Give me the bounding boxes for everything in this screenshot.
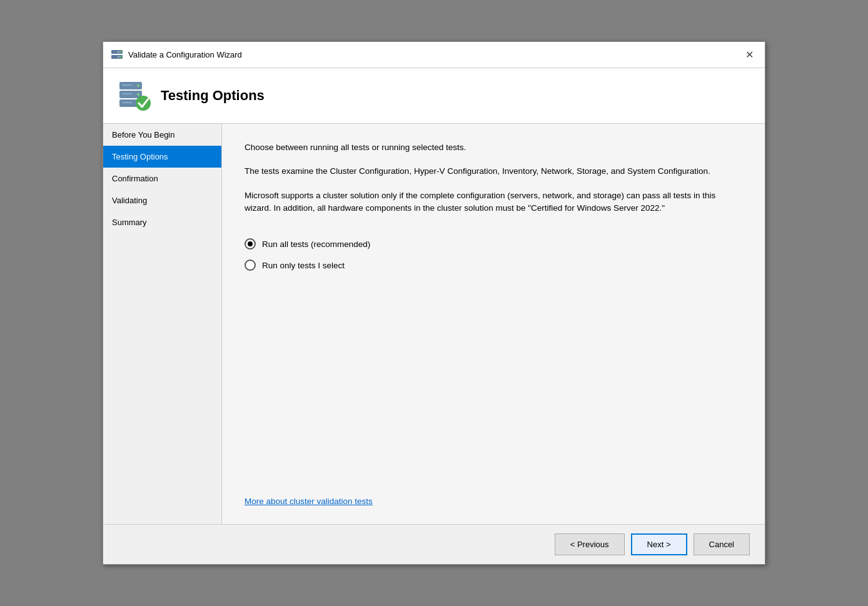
svg-point-3 (120, 56, 122, 58)
svg-point-8 (137, 93, 139, 96)
svg-rect-10 (122, 84, 132, 86)
wizard-header: Testing Options (103, 68, 765, 124)
previous-button[interactable]: < Previous (555, 533, 625, 555)
main-content: Choose between running all tests or runn… (222, 124, 765, 524)
description-para3: Microsoft supports a cluster solution on… (245, 189, 742, 215)
wizard-footer: < Previous Next > Cancel (103, 524, 765, 564)
radio-run-selected[interactable]: Run only tests I select (245, 260, 742, 271)
radio-run-selected-label: Run only tests I select (262, 261, 345, 270)
next-button[interactable]: Next > (631, 533, 687, 555)
wizard-window: Validate a Configuration Wizard ✕ Testin… (103, 41, 765, 565)
sidebar-item-testing-options[interactable]: Testing Options (103, 146, 221, 168)
sidebar-item-validating[interactable]: Validating (103, 189, 221, 211)
sidebar-item-summary[interactable]: Summary (103, 211, 221, 233)
description-para2: The tests examine the Cluster Configurat… (245, 165, 742, 178)
cluster-validation-link[interactable]: More about cluster validation tests (245, 497, 373, 506)
wizard-body: Before You Begin Testing Options Confirm… (103, 124, 765, 524)
sidebar-item-before-you-begin[interactable]: Before You Begin (103, 124, 221, 146)
sidebar: Before You Begin Testing Options Confirm… (103, 124, 222, 524)
title-bar-text: Validate a Configuration Wizard (128, 50, 242, 59)
svg-rect-12 (122, 102, 132, 103)
wizard-header-icon (118, 79, 151, 112)
radio-group: Run all tests (recommended) Run only tes… (245, 238, 742, 271)
svg-rect-11 (122, 93, 132, 94)
radio-run-all[interactable]: Run all tests (recommended) (245, 238, 742, 250)
title-bar-icon (111, 49, 123, 61)
sidebar-item-confirmation[interactable]: Confirmation (103, 168, 221, 189)
description-para1: Choose between running all tests or runn… (245, 141, 742, 154)
title-bar-left: Validate a Configuration Wizard (111, 49, 242, 61)
radio-run-selected-circle (245, 260, 256, 271)
svg-point-7 (137, 84, 139, 87)
close-button[interactable]: ✕ (742, 49, 757, 61)
page-title: Testing Options (161, 88, 265, 104)
title-bar: Validate a Configuration Wizard ✕ (103, 42, 765, 68)
radio-run-all-circle (245, 238, 256, 250)
radio-run-all-label: Run all tests (recommended) (262, 240, 370, 249)
svg-point-2 (120, 51, 122, 53)
link-section: More about cluster validation tests (245, 470, 742, 507)
cancel-button[interactable]: Cancel (694, 533, 750, 555)
